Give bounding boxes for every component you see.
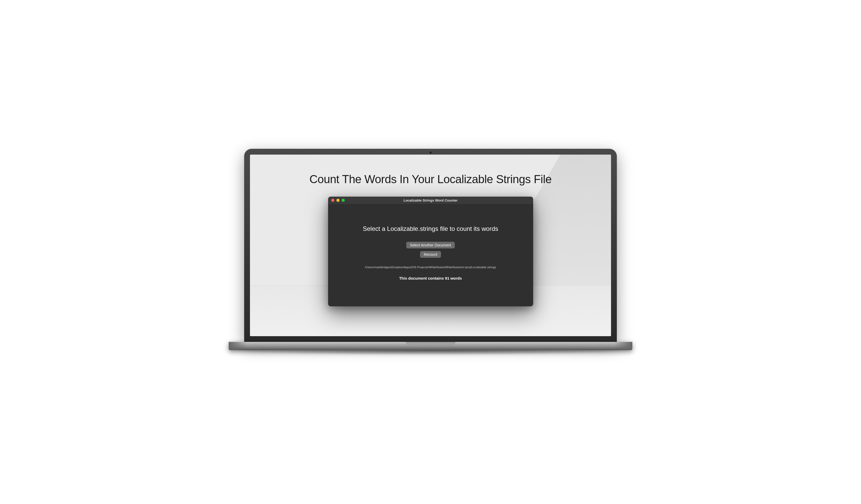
traffic-lights <box>328 199 345 202</box>
window-titlebar[interactable]: Localizable Strings Word Counter <box>328 197 533 205</box>
file-path-text: /Users/markbridges/Dropbox/Apps/iOS Proj… <box>339 266 523 269</box>
page-title: Count The Words In Your Localizable Stri… <box>250 173 611 186</box>
camera-icon <box>429 152 432 154</box>
laptop-shadow <box>229 350 632 355</box>
laptop-notch <box>406 342 455 345</box>
laptop-base <box>229 342 632 350</box>
instruction-text: Select a Localizable.strings file to cou… <box>339 225 523 233</box>
window-title: Localizable Strings Word Counter <box>328 198 533 202</box>
button-group: Select Another Document Recount <box>339 242 523 258</box>
recount-button[interactable]: Recount <box>420 251 441 258</box>
zoom-icon[interactable] <box>342 199 345 202</box>
app-window: Localizable Strings Word Counter Select … <box>328 197 533 306</box>
minimize-icon[interactable] <box>337 199 340 202</box>
laptop-mockup: Count The Words In Your Localizable Stri… <box>244 149 617 355</box>
laptop-bezel: Count The Words In Your Localizable Stri… <box>244 149 617 342</box>
laptop-screen: Count The Words In Your Localizable Stri… <box>250 155 611 336</box>
word-count-result: This document contains 91 words <box>339 276 523 280</box>
close-icon[interactable] <box>331 199 334 202</box>
window-content: Select a Localizable.strings file to cou… <box>328 205 533 306</box>
select-another-document-button[interactable]: Select Another Document <box>406 242 455 249</box>
